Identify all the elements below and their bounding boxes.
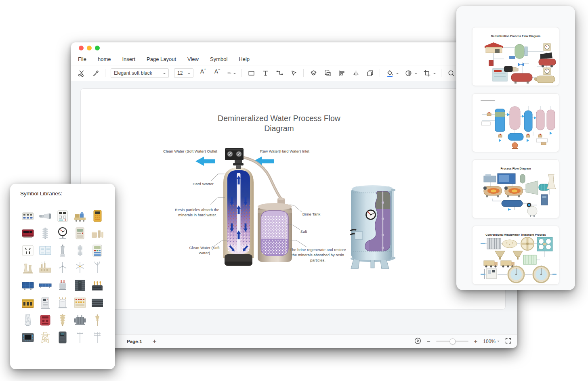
- page-tab[interactable]: Page-1: [127, 339, 142, 344]
- heat-sink-grid[interactable]: [90, 296, 104, 310]
- server-rack[interactable]: [73, 278, 87, 292]
- pole-transformer[interactable]: [56, 278, 69, 292]
- inlet-label[interactable]: Raw Water(Hard Water) Inlet: [260, 149, 309, 153]
- menu-page-layout[interactable]: Page Layout: [147, 56, 176, 62]
- oil-transformer[interactable]: [73, 313, 87, 327]
- add-page-button[interactable]: +: [153, 337, 157, 345]
- chevron-down-icon[interactable]: [415, 73, 417, 75]
- zoom-in-button[interactable]: +: [474, 338, 478, 344]
- cooling-towers[interactable]: [21, 261, 35, 275]
- storage-tanks[interactable]: [90, 226, 104, 240]
- utility-pole-crossarm[interactable]: [90, 331, 104, 344]
- water-process-diagram[interactable]: Demineralized Water Process Flow Diagram…: [81, 89, 505, 309]
- menu-help[interactable]: Help: [239, 56, 250, 62]
- zoom-out-button[interactable]: −: [427, 338, 430, 344]
- increase-font-button[interactable]: A+: [199, 69, 208, 77]
- softener-tank[interactable]: [223, 167, 254, 266]
- template-card-chemical-process[interactable]: [472, 93, 559, 152]
- meter-red[interactable]: [38, 313, 52, 327]
- zoom-slider-thumb[interactable]: [450, 338, 456, 344]
- electric-meter[interactable]: [73, 226, 87, 240]
- pressure-gauge[interactable]: [56, 226, 69, 240]
- menu-file[interactable]: File: [78, 56, 86, 62]
- diagram-title-line1[interactable]: Demineralized Water Process Flow: [218, 114, 341, 123]
- bushing-cone[interactable]: [56, 244, 69, 257]
- clean-water-label-line1[interactable]: Clean Water (Soft: [189, 245, 220, 250]
- menu-insert[interactable]: Insert: [122, 56, 135, 62]
- hard-water-label[interactable]: Hard Warter: [193, 182, 213, 186]
- conveyor-equipment[interactable]: [73, 209, 87, 223]
- template-card-deoxidization[interactable]: Deoxidization Process Flow Diagram: [472, 27, 559, 86]
- fullscreen-icon[interactable]: [505, 338, 511, 345]
- zoom-search-icon[interactable]: [447, 69, 456, 77]
- wind-turbine[interactable]: [56, 261, 69, 275]
- zoom-percent[interactable]: 100%: [483, 339, 500, 344]
- wall-socket[interactable]: [21, 244, 35, 257]
- distribution-cabinet[interactable]: [38, 244, 52, 257]
- maximize-button[interactable]: [95, 46, 100, 50]
- group-icon[interactable]: [323, 69, 332, 77]
- lattice-mast[interactable]: [21, 313, 35, 327]
- menu-symbol[interactable]: Symbol: [210, 56, 227, 62]
- font-size-select[interactable]: 12: [174, 68, 193, 78]
- transmission-tower[interactable]: [38, 331, 52, 344]
- resin-storage-tank[interactable]: [350, 185, 395, 269]
- electrical-cabinet[interactable]: [56, 331, 69, 344]
- align-objects-icon[interactable]: [337, 69, 346, 77]
- protection-relay[interactable]: [21, 226, 35, 240]
- fill-color-button[interactable]: [385, 69, 394, 77]
- resin-label-line1[interactable]: Resin particles absorb the: [175, 207, 219, 212]
- clean-water-label-line2[interactable]: Water): [199, 251, 210, 255]
- menu-home[interactable]: home: [98, 56, 111, 62]
- decrease-font-button[interactable]: A−: [213, 69, 222, 77]
- layers-icon[interactable]: [309, 69, 318, 77]
- chevron-down-icon[interactable]: [396, 73, 399, 75]
- control-panel[interactable]: [73, 296, 87, 310]
- power-plant[interactable]: [38, 261, 52, 275]
- control-valve[interactable]: [225, 148, 244, 169]
- template-card-process-flow[interactable]: Process Flow Diagram: [472, 159, 559, 218]
- diagram-title-line2[interactable]: Diagram: [264, 124, 294, 133]
- connector-tool[interactable]: [275, 69, 284, 77]
- utility-pole[interactable]: [73, 331, 87, 344]
- outlet-label[interactable]: Clean Water (Soft Water) Outlet: [163, 149, 217, 153]
- menu-view[interactable]: View: [187, 56, 199, 62]
- cut-icon[interactable]: [77, 69, 86, 77]
- brine-tank-label[interactable]: Brine Tank: [302, 212, 321, 216]
- shape-rectangle-tool[interactable]: [247, 69, 256, 77]
- charging-station[interactable]: [38, 296, 52, 310]
- energy-meter-yellow[interactable]: [90, 209, 104, 223]
- wind-turbine-star[interactable]: [73, 261, 87, 275]
- calculator-meter[interactable]: [90, 244, 104, 257]
- solar-array-strip[interactable]: [38, 278, 52, 292]
- presentation-play-icon[interactable]: [414, 337, 421, 345]
- outlet-arrow[interactable]: [195, 157, 215, 166]
- pointer-tool[interactable]: [289, 69, 298, 77]
- bushing-pair[interactable]: [56, 296, 69, 310]
- crop-button[interactable]: [422, 69, 431, 77]
- substation-building[interactable]: [21, 296, 35, 310]
- antenna-mast[interactable]: [90, 261, 104, 275]
- power-module[interactable]: [90, 278, 104, 292]
- chevron-down-icon[interactable]: [433, 73, 436, 75]
- drawing-page[interactable]: Demineralized Water Process Flow Diagram…: [80, 88, 506, 310]
- insulator-pole[interactable]: [90, 313, 104, 327]
- brine-note-line2[interactable]: the minerals absorbed by resin: [292, 253, 344, 257]
- format-painter-icon[interactable]: [91, 69, 100, 77]
- text-tool[interactable]: [261, 69, 270, 77]
- canvas-area[interactable]: Demineralized Water Process Flow Diagram…: [71, 81, 517, 335]
- zoom-slider[interactable]: [436, 341, 468, 342]
- salt-label[interactable]: Salt: [300, 229, 307, 234]
- shadow-style-button[interactable]: [404, 69, 413, 77]
- insulator-tan[interactable]: [56, 313, 69, 327]
- font-family-select[interactable]: Elegant soft black: [111, 68, 169, 78]
- corona-coil[interactable]: [73, 244, 87, 257]
- brine-tank[interactable]: [258, 198, 292, 262]
- resin-label-line2[interactable]: minerals in hard water.: [178, 213, 217, 217]
- power-supply-unit[interactable]: [56, 209, 69, 223]
- brine-note-line3[interactable]: particles.: [310, 258, 326, 262]
- solar-panel[interactable]: [21, 278, 35, 292]
- cable-joint[interactable]: [38, 209, 52, 223]
- close-button[interactable]: [79, 46, 84, 50]
- text-align-button[interactable]: [227, 69, 236, 77]
